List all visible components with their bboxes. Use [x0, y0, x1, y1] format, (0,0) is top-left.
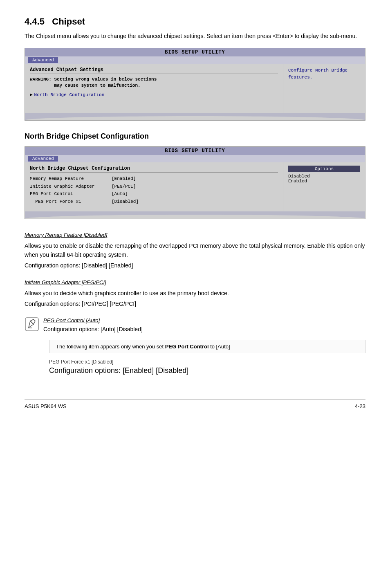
subsection-title: North Bridge Chipset Configuration — [25, 132, 365, 141]
peg-port-content: PEG Port Control [Auto] Configuration op… — [43, 317, 365, 332]
bios-left-1: Advanced Chipset Settings WARNING: Setti… — [25, 64, 283, 113]
setting-peg-port-control-label[interactable]: PEG Port Control — [30, 190, 112, 198]
bios-tab-row-2: Advanced — [25, 155, 365, 162]
desc-peg-port-title: PEG Port Control [Auto] — [43, 317, 100, 323]
arrow-icon: ► — [30, 92, 33, 97]
bios-right-2: Options Disabled Enabled — [283, 162, 365, 211]
bios-box-1: BIOS SETUP UTILITY Advanced Advanced Chi… — [25, 48, 365, 121]
desc-initiate-graphic-title: Initiate Graphic Adapter [PEG/PCI] — [25, 278, 106, 287]
setting-peg-force-value: [Disabled] — [112, 198, 152, 206]
intro-text: The Chipset menu allows you to change th… — [25, 32, 365, 40]
desc-memory-remap-text: Allows you to enable or disable the rema… — [25, 242, 365, 259]
note-peg-bold: PEG Port Control — [165, 343, 209, 350]
desc-peg-port-config: Configuration options: [Auto] [Disabled] — [43, 326, 365, 332]
setting-memory-remap-value: [Enabled] — [112, 175, 152, 183]
bios-section-header-1: Advanced Chipset Settings — [30, 67, 278, 74]
bios-tab-advanced-1[interactable]: Advanced — [28, 57, 58, 63]
bios-left-2: North Bridge Chipset Configuration Memor… — [25, 162, 283, 211]
note-text-suffix: to [Auto] — [209, 343, 230, 350]
desc-memory-remap: Memory Remap Feature [Disabled] Allows y… — [25, 231, 365, 270]
bios-title-1: BIOS SETUP UTILITY — [25, 48, 365, 56]
bios-bottom-1 — [25, 113, 365, 120]
bios-right-1: Configure North Bridgefeatures. — [283, 64, 365, 113]
peg-force-label: PEG Port Force x1 [Disabled] — [49, 359, 365, 365]
bios-tab-row-1: Advanced — [25, 56, 365, 64]
bios-section-header-2: North Bridge Chipset Configuration — [30, 166, 278, 173]
peg-force-config: Configuration options: [Enabled] [Disabl… — [49, 366, 365, 375]
note-box: The following item appears only when you… — [49, 340, 365, 353]
setting-memory-remap-label[interactable]: Memory Remap Feature — [30, 175, 112, 183]
bios-options-header: Options — [288, 166, 360, 172]
desc-initiate-graphic-text: Allows you to decide which graphics cont… — [25, 289, 365, 298]
bios-tab-advanced-2[interactable]: Advanced — [28, 156, 58, 162]
bios-title-2: BIOS SETUP UTILITY — [25, 147, 365, 155]
desc-memory-remap-title: Memory Remap Feature [Disabled] — [25, 231, 107, 239]
setting-initiate-graphic-label[interactable]: Initiate Graphic Adapter — [30, 183, 112, 191]
footer-left: ASUS P5K64 WS — [25, 403, 67, 409]
peg-port-section: PEG Port Control [Auto] Configuration op… — [25, 317, 365, 334]
setting-peg-port-control-value: [Auto] — [112, 190, 152, 198]
section-title: 4.4.5 Chipset — [25, 16, 365, 27]
footer-right: 4-23 — [355, 403, 365, 409]
desc-initiate-graphic-config: Configuration options: [PCI/PEG] [PEG/PC… — [25, 300, 365, 309]
bios-warning: WARNING: Setting wrong values in below s… — [30, 76, 278, 89]
setting-initiate-graphic-value: [PEG/PCI] — [112, 183, 152, 191]
desc-memory-remap-config: Configuration options: [Disabled] [Enabl… — [25, 261, 365, 270]
bios-right-text-1: Configure North Bridgefeatures. — [288, 67, 360, 81]
option-enabled: Enabled — [288, 179, 360, 184]
note-text-prefix: The following item appears only when you… — [56, 343, 165, 350]
section-header: 4.4.5 Chipset The Chipset menu allows yo… — [25, 16, 365, 40]
bios-content-1: Advanced Chipset Settings WARNING: Setti… — [25, 64, 365, 113]
page-footer: ASUS P5K64 WS 4-23 — [25, 399, 365, 409]
option-disabled: Disabled — [288, 174, 360, 179]
north-bridge-label: North Bridge Configuration — [34, 92, 105, 97]
bios-box-2: BIOS SETUP UTILITY Advanced North Bridge… — [25, 146, 365, 219]
desc-initiate-graphic: Initiate Graphic Adapter [PEG/PCI] Allow… — [25, 278, 365, 309]
svg-rect-0 — [25, 318, 38, 331]
pencil-icon — [25, 317, 39, 334]
setting-peg-force-label[interactable]: PEG Port Force x1 — [30, 198, 112, 206]
bios-content-2: North Bridge Chipset Configuration Memor… — [25, 162, 365, 211]
bios-bottom-2 — [25, 211, 365, 219]
bios-settings-grid: Memory Remap Feature [Enabled] Initiate … — [30, 175, 278, 206]
bios-menu-item-north-bridge[interactable]: ► North Bridge Configuration — [30, 92, 278, 97]
